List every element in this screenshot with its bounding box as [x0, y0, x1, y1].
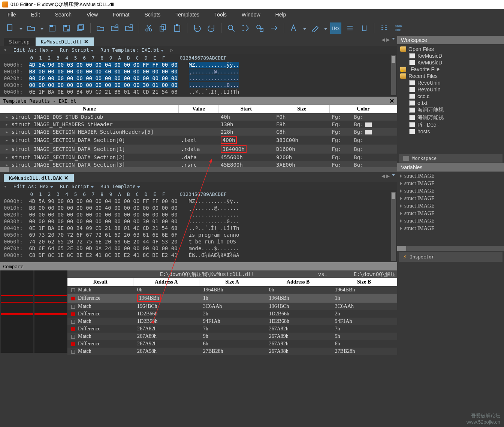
toggle-whitespace-button[interactable] — [359, 22, 370, 34]
variable-item[interactable]: struct IMAGE — [399, 210, 502, 217]
run-script-label[interactable]: Run Script — [60, 47, 89, 53]
editas-dropdown-icon[interactable] — [50, 50, 53, 52]
compare-results-table[interactable]: Result Address A Size A Address B Size B… — [67, 278, 397, 355]
redo-button[interactable] — [206, 22, 217, 34]
open-folder-button[interactable] — [95, 22, 106, 34]
open-drive-button[interactable] — [109, 22, 120, 34]
menu-format[interactable]: Format — [105, 9, 137, 20]
tab-list-icon[interactable] — [392, 174, 395, 176]
file-item[interactable]: Pi - Dec - — [399, 121, 502, 128]
variable-item[interactable]: struct IMAGE — [399, 195, 502, 202]
undo-button[interactable] — [191, 22, 203, 34]
th-addrb[interactable]: Address B — [265, 278, 331, 286]
recent-files-node[interactable]: Recent Files — [399, 73, 502, 79]
open-file-button[interactable] — [25, 22, 37, 34]
expand-icon[interactable] — [400, 182, 402, 185]
file-item[interactable]: RevoUnin — [399, 79, 502, 86]
hex-row[interactable]: 0020h: 00 00 00 00 00 00 00 00 00 00 00 … — [4, 211, 393, 218]
open-file-dropdown-icon[interactable] — [40, 28, 43, 30]
close-tab-icon[interactable]: ✕ — [64, 175, 69, 181]
menu-help[interactable]: Help — [268, 9, 294, 20]
open-files-node[interactable]: Open Files — [399, 46, 502, 52]
workspace-tree[interactable]: Open Files KwMusicD KwMusicD ★Favorite F… — [397, 44, 504, 154]
new-file-button[interactable] — [4, 22, 16, 34]
menu-edit[interactable]: Edit — [24, 9, 48, 20]
variable-item[interactable]: struct IMAGE — [399, 172, 502, 180]
expand-icon[interactable] — [400, 219, 402, 222]
highlight-button[interactable] — [309, 22, 320, 34]
th-size[interactable]: Size — [274, 105, 329, 113]
close-tab-icon[interactable]: ✕ — [84, 39, 88, 45]
table-row[interactable]: Match1D2B68h94F1Ah1D2B68h94F1Ah — [67, 318, 397, 325]
workspace-tab-button[interactable]: Workspace — [399, 154, 503, 163]
table-row[interactable]: ▸ struct IMAGE_NT_HEADERS NtHeader130hF8… — [0, 121, 397, 128]
variable-item[interactable]: struct IMAGE — [399, 180, 502, 187]
goto-button[interactable] — [268, 22, 280, 34]
hex-editor-bottom[interactable]: 0 1 2 3 4 5 6 7 8 9 A B C D E F 01234567… — [0, 190, 397, 262]
run-template-label[interactable]: Run Template — [100, 184, 136, 189]
table-row[interactable]: Match267A89h9h267A89h9h — [67, 333, 397, 340]
tab-list-icon[interactable] — [392, 38, 395, 40]
hex-editor-top[interactable]: 0 1 2 3 4 5 6 7 8 9 A B C D E F 01234567… — [0, 54, 397, 97]
compare-minimap[interactable] — [0, 270, 67, 353]
table-row[interactable]: Difference267A82h7h267A82h7h — [67, 325, 397, 333]
expand-icon[interactable] — [400, 197, 402, 200]
tab-startup[interactable]: Startup — [4, 38, 35, 46]
runscript-dropdown-icon[interactable] — [91, 186, 94, 188]
runscript-dropdown-icon[interactable] — [91, 50, 94, 52]
table-row[interactable]: ▸ struct IMAGE_SECTION_HEADER SectionHea… — [0, 128, 397, 136]
table-row[interactable]: Difference1D2B66h2h1D2B66h2h — [67, 310, 397, 318]
hex-row[interactable]: 0080h: C8 DF 8C 1E 8C BE E2 41 8C BE E2 … — [4, 252, 393, 258]
tab-kwmusicdll[interactable]: KwMusicDLL.dll ✕ — [36, 37, 94, 46]
file-item[interactable]: KwMusicD — [399, 59, 502, 66]
collapse-icon[interactable]: ▾ — [4, 184, 7, 189]
copy-button[interactable] — [157, 22, 169, 34]
file-item[interactable]: RevoUnin — [399, 86, 502, 93]
tab-next-icon[interactable]: ▶ — [386, 173, 390, 179]
expand-icon[interactable] — [400, 175, 402, 178]
th-addra[interactable]: Address A — [133, 278, 199, 286]
expand-icon[interactable] — [400, 205, 402, 208]
hex-row[interactable]: 0060h: 74 20 62 65 20 72 75 6E 20 69 6E … — [4, 238, 393, 245]
expand-icon[interactable] — [400, 212, 402, 215]
th-value[interactable]: Value — [179, 105, 218, 113]
save-button[interactable] — [46, 22, 58, 34]
hex-row[interactable]: 0050h: 69 73 20 70 72 6F 67 72 61 6D 20 … — [4, 231, 393, 238]
paste-button[interactable] — [172, 22, 183, 34]
cut-button[interactable] — [143, 22, 154, 34]
table-row[interactable]: ▸ struct IMAGE_SECTION_DATA Section[2].d… — [0, 154, 397, 161]
toggle-endian-button[interactable] — [344, 22, 356, 34]
inspector-tab-button[interactable]: ⚡ Inspector — [399, 252, 503, 262]
hex-row[interactable]: 0010h: B8 00 00 00 00 00 00 00 40 00 00 … — [4, 205, 393, 211]
file-item[interactable]: e.txt — [399, 100, 502, 106]
file-item[interactable]: ccc.c — [399, 93, 502, 100]
tab-next-icon[interactable]: ▶ — [386, 37, 390, 42]
open-process-button[interactable] — [123, 22, 135, 34]
vertical-scrollbar[interactable] — [391, 55, 396, 95]
variable-item[interactable]: struct IMAGE — [399, 225, 502, 232]
th-sizea[interactable]: Size A — [199, 278, 265, 286]
template-results-table[interactable]: Name Value Start Size Color ▸ struct IMA… — [0, 105, 397, 167]
hex-mode-button[interactable]: Hex — [330, 22, 341, 34]
find-button[interactable] — [226, 22, 237, 34]
save-as-button[interactable] — [61, 22, 72, 34]
run-script-label[interactable]: Run Script — [60, 184, 89, 189]
font-dropdown-icon[interactable] — [303, 28, 306, 30]
tab-prev-icon[interactable]: ◀ — [381, 173, 385, 179]
tab-prev-icon[interactable]: ◀ — [381, 37, 385, 42]
hex-row[interactable]: 0010h: B8 00 00 00 00 00 00 00 40 00 00 … — [4, 68, 393, 75]
collapse-icon[interactable]: ▾ — [4, 47, 7, 53]
horizontal-scrollbar[interactable] — [0, 167, 397, 172]
table-row[interactable]: ▸ struct IMAGE_SECTION_DATA Section[0].t… — [0, 136, 397, 145]
save-all-button[interactable] — [75, 22, 86, 34]
menu-search[interactable]: Search — [48, 9, 79, 20]
addresses-button[interactable]: 01000101 — [393, 22, 404, 34]
hex-row[interactable]: 0040h: 0E 1F BA 0E 00 B4 09 CD 21 B8 01 … — [4, 88, 393, 95]
th-start[interactable]: Start — [218, 105, 274, 113]
new-file-dropdown-icon[interactable] — [19, 28, 22, 30]
select-font-button[interactable] — [288, 22, 299, 34]
table-row[interactable]: ▸ struct IMAGE_DOS_STUB DosStub40hF0hFg:… — [0, 113, 397, 121]
file-item[interactable]: KwMusicD — [399, 52, 502, 59]
edit-as-label[interactable]: Edit As: Hex — [13, 184, 49, 189]
variable-item[interactable]: struct IMAGE — [399, 217, 502, 225]
